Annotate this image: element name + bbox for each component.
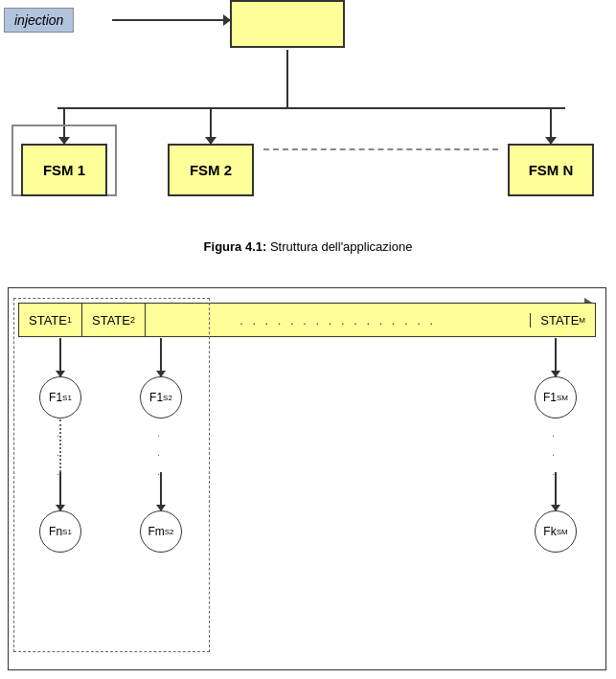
figure-caption: Figura 4.1: Struttura dell'applicazione [0, 239, 616, 254]
fms2-circle: FmS2 [140, 510, 182, 553]
f1s2-circle: F1S2 [140, 376, 182, 419]
dots-state1-col [59, 419, 61, 472]
fksm-sub: SM [557, 528, 568, 536]
fsmN-box: FSM N [508, 144, 594, 196]
state-dots: . . . . . . . . . . . . . . . . [146, 313, 531, 328]
arrow-f1s1-fns1 [59, 472, 61, 510]
arrow-to-fsm2 [210, 107, 212, 144]
fns1-circle: FnS1 [39, 510, 81, 553]
bottom-diagram: STATE1 STATE2 . . . . . . . . . . . . . … [8, 287, 606, 670]
arrow-stateM-f1sm [555, 338, 557, 376]
fsm2-box: FSM 2 [168, 144, 254, 196]
f1s2-sub: S2 [163, 394, 172, 402]
dashed-column-box [13, 298, 210, 652]
caption-text: Struttura dell'applicazione [266, 239, 412, 254]
stateM-label: STATE [540, 313, 579, 328]
fsm1-box: FSM 1 [21, 144, 107, 196]
arrow-state2-f1s2 [160, 338, 162, 376]
f1s2-label: F1 [149, 391, 163, 404]
state2-cell: STATE2 [82, 304, 146, 336]
f1s1-sub: S1 [62, 394, 72, 402]
stateM-cell: STATEM [531, 304, 595, 336]
f1s1-circle: F1S1 [39, 376, 81, 419]
state2-sub: 2 [130, 315, 135, 325]
caption-bold: Figura 4.1: [204, 239, 267, 254]
fsm-dots [263, 148, 498, 150]
injection-arrow [112, 19, 230, 21]
f1sm-label: F1 [543, 391, 557, 404]
state1-sub: 1 [67, 315, 72, 325]
state1-cell: STATE1 [19, 304, 82, 336]
state1-label: STATE [29, 313, 67, 328]
top-diagram: injection FSM 1 FSM 2 FSM N Figura 4.1: … [0, 0, 616, 278]
arrow-f1sm-fksm [555, 472, 557, 510]
top-yellow-box [230, 0, 345, 48]
fksm-circle: FkSM [535, 510, 577, 553]
arrow-state1-f1s1 [59, 338, 61, 376]
fns1-sub: S1 [62, 528, 72, 536]
f1s1-label: F1 [49, 391, 62, 404]
state2-label: STATE [92, 313, 130, 328]
fms2-sub: S2 [165, 528, 174, 536]
injection-label: injection [4, 8, 74, 33]
vert-line-top [286, 50, 288, 107]
fksm-label: Fk [543, 525, 556, 538]
horiz-branch-line [57, 107, 565, 109]
fms2-label: Fm [148, 525, 164, 538]
f1sm-circle: F1SM [535, 376, 577, 419]
stateM-sub: M [579, 316, 585, 325]
fns1-label: Fn [49, 525, 62, 538]
f1sm-sub: SM [557, 394, 568, 402]
arrow-to-fsmN [550, 107, 552, 144]
state-row: STATE1 STATE2 . . . . . . . . . . . . . … [18, 303, 596, 337]
arrow-f1s2-fms2 [160, 472, 162, 510]
